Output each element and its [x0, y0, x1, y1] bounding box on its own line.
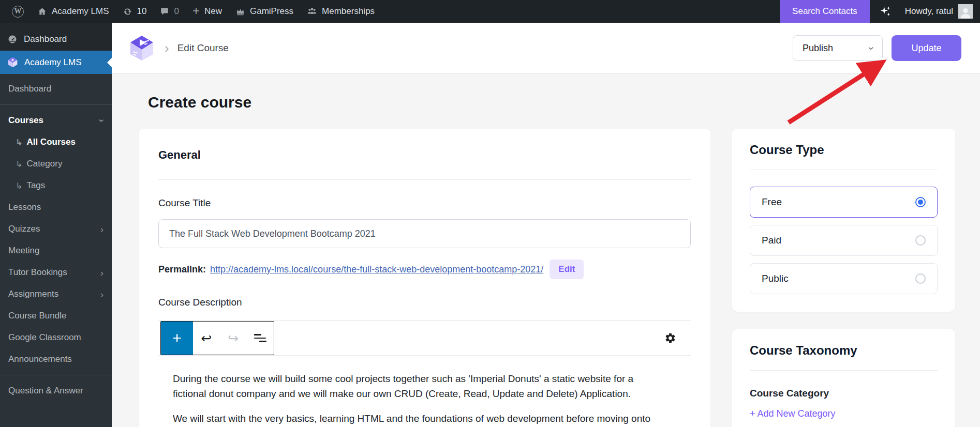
gamipress-menu[interactable]: GamiPress: [229, 0, 300, 23]
main-area: › Edit Course Publish › Update Create co…: [112, 23, 980, 427]
divider: [750, 370, 938, 371]
sidebar-item-label: Lessons: [8, 202, 41, 212]
comments-count: 0: [174, 6, 179, 17]
admin-bar-left: W Academy LMS 10 0 + New: [0, 0, 381, 23]
radio-unchecked-icon[interactable]: [915, 235, 926, 246]
add-block-button[interactable]: +: [161, 322, 193, 355]
course-title-input[interactable]: [158, 219, 691, 248]
sidebar-item-dashboard[interactable]: Dashboard: [0, 28, 112, 51]
course-description-editor: + ↩ ↪: [158, 321, 691, 427]
gamipress-label: GamiPress: [250, 6, 293, 17]
course-type-option-paid[interactable]: Paid: [750, 225, 938, 256]
chevron-right-icon: ›: [100, 289, 103, 299]
sidebar-item-label: Tutor Bookings: [8, 267, 67, 278]
page-title: Create course: [148, 94, 955, 111]
sidebar-item-announcements[interactable]: Announcements: [0, 348, 112, 370]
editor-settings-button[interactable]: [664, 332, 676, 344]
breadcrumb: Edit Course: [177, 42, 229, 54]
sidebar-item-course-bundle[interactable]: Course Bundle: [0, 305, 112, 327]
add-new-category-link[interactable]: + Add New Category: [750, 408, 938, 419]
sidebar-item-all-courses[interactable]: ↳ All Courses: [0, 131, 112, 153]
radio-unchecked-icon[interactable]: [915, 273, 926, 284]
description-paragraph[interactable]: During the course we will build some coo…: [173, 371, 666, 401]
sparkles-icon: [879, 5, 892, 18]
sidebar-item-label: Course Bundle: [8, 311, 66, 321]
academy-lms-cube-icon: [7, 57, 18, 68]
permalink-edit-button[interactable]: Edit: [550, 260, 584, 279]
redo-button[interactable]: ↪: [220, 322, 247, 355]
sidebar-item-label: Meeting: [8, 246, 39, 256]
sidebar-divider: [0, 375, 112, 375]
plugin-header: › Edit Course Publish › Update: [112, 23, 980, 74]
breadcrumb-chevron-icon: ›: [165, 40, 169, 56]
home-icon: [37, 7, 47, 17]
subitem-arrow-icon: ↳: [16, 181, 22, 191]
course-type-option-public[interactable]: Public: [750, 263, 938, 294]
sidebar-item-lms-dashboard[interactable]: Dashboard: [0, 78, 112, 100]
sidebar-item-courses[interactable]: Courses ›: [0, 110, 112, 131]
divider: [750, 170, 938, 170]
sidebar-item-lessons[interactable]: Lessons: [0, 196, 112, 218]
redo-icon: ↪: [228, 331, 239, 346]
gear-icon: [664, 332, 676, 344]
comments-menu[interactable]: 0: [153, 0, 185, 23]
chevron-right-icon: ›: [100, 268, 103, 278]
site-name-menu[interactable]: Academy LMS: [31, 0, 116, 23]
update-icon: [123, 7, 132, 17]
permalink-label: Permalink:: [158, 264, 206, 275]
wp-admin-bar: W Academy LMS 10 0 + New: [0, 0, 980, 23]
course-type-card: Course Type Free Paid Public: [732, 129, 955, 312]
updates-menu[interactable]: 10: [116, 0, 154, 23]
dashboard-gauge-icon: [7, 34, 18, 44]
option-label: Public: [762, 273, 789, 284]
plus-icon: +: [192, 5, 200, 17]
new-content-menu[interactable]: + New: [186, 0, 229, 23]
person-icon: [959, 6, 972, 19]
block-toolbar: + ↩ ↪: [160, 321, 274, 355]
description-paragraph[interactable]: We will start with the very basics, lear…: [173, 411, 666, 427]
comment-icon: [160, 7, 169, 16]
course-title-label: Course Title: [158, 197, 691, 209]
course-type-option-free[interactable]: Free: [750, 187, 938, 218]
sidebar-item-assignments[interactable]: Assignments ›: [0, 283, 112, 305]
list-view-icon: [254, 334, 266, 342]
admin-bar-right: Search Contacts Howdy, ratul: [780, 0, 980, 23]
page-content: Create course General Course Title Perma…: [112, 74, 980, 427]
list-view-button[interactable]: [247, 322, 274, 355]
sidebar-item-label: Quizzes: [8, 224, 40, 234]
sidebar-item-tags[interactable]: ↳ Tags: [0, 175, 112, 196]
search-contacts-button[interactable]: Search Contacts: [780, 0, 870, 23]
sidebar-divider: [0, 104, 112, 105]
chevron-down-icon: ›: [97, 119, 107, 122]
undo-button[interactable]: ↩: [193, 322, 220, 355]
my-account-menu[interactable]: Howdy, ratul: [901, 0, 980, 23]
editor-toolbar: + ↩ ↪: [158, 321, 691, 356]
sidebar-item-quizzes[interactable]: Quizzes ›: [0, 218, 112, 240]
sidebar-item-label: Academy LMS: [24, 57, 82, 68]
course-category-label: Course Category: [750, 388, 938, 399]
publish-status-value: Publish: [803, 43, 833, 54]
sidebar-item-academy-lms[interactable]: Academy LMS: [0, 51, 112, 74]
wordpress-logo-menu[interactable]: W: [5, 0, 31, 23]
search-contacts-label: Search Contacts: [792, 6, 857, 17]
editor-content[interactable]: During the course we will build some coo…: [158, 356, 681, 427]
academy-lms-submenu: Dashboard Courses › ↳ All Courses ↳ Cate…: [0, 74, 112, 427]
sidebar-item-label: Google Classroom: [8, 332, 81, 343]
general-card: General Course Title Permalink: http://a…: [139, 129, 710, 427]
sidebar-item-meeting[interactable]: Meeting: [0, 240, 112, 262]
update-button[interactable]: Update: [892, 35, 961, 61]
memberships-menu[interactable]: Memberships: [300, 0, 381, 23]
sidebar-item-question-answer[interactable]: Question & Answer: [0, 380, 112, 402]
subitem-arrow-icon: ↳: [16, 159, 22, 169]
sidebar-item-category[interactable]: ↳ Category: [0, 153, 112, 175]
ai-assistant-menu[interactable]: [870, 0, 901, 23]
publish-status-select[interactable]: Publish ›: [793, 35, 883, 61]
sidebar-item-tutor-bookings[interactable]: Tutor Bookings ›: [0, 262, 112, 283]
plus-icon: +: [172, 329, 182, 347]
sidebar-item-google-classroom[interactable]: Google Classroom: [0, 327, 112, 348]
option-label: Paid: [762, 235, 781, 246]
groups-icon: [307, 6, 317, 17]
permalink-link[interactable]: http://academy-lms.local/course/the-full…: [210, 264, 543, 275]
sidebar-item-label: Tags: [26, 180, 45, 191]
radio-checked-icon[interactable]: [915, 197, 926, 207]
